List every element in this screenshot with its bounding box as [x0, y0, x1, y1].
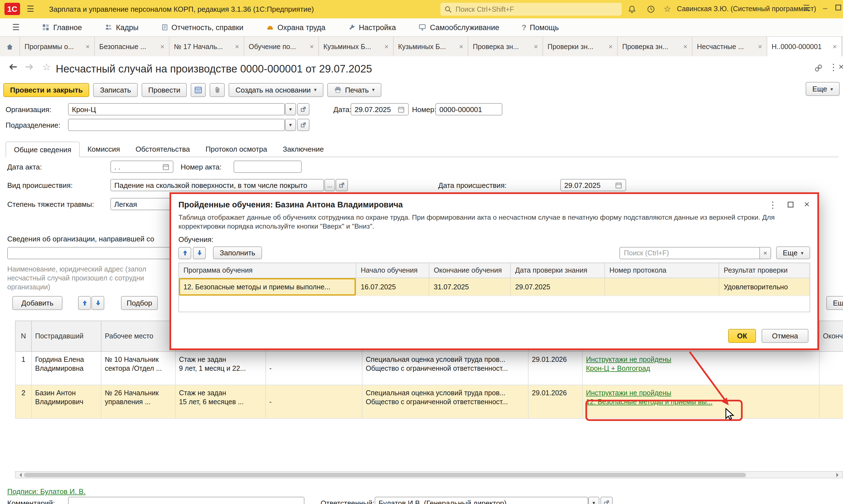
menu-item-help[interactable]: ? Помощь [522, 23, 559, 32]
close-icon[interactable]: × [86, 42, 90, 51]
create-based-on-button[interactable]: Создать на основании▾ [229, 83, 323, 97]
close-icon[interactable]: × [160, 42, 164, 51]
col-header-end[interactable]: Окончание обучения [429, 263, 511, 278]
victim-row-1[interactable]: 1 Гордина ЕленаВладимировна № 10 Начальн… [15, 352, 843, 385]
service-menu-icon[interactable]: ☰ [803, 3, 810, 12]
instructions-link[interactable]: Инструктажи не пройдены [586, 356, 671, 363]
back-icon[interactable] [8, 62, 18, 73]
col-header-check-date[interactable]: Дата проверки знания [511, 263, 605, 278]
post-and-close-button[interactable]: Провести и закрыть [3, 83, 89, 97]
org-open-button[interactable] [297, 103, 309, 115]
close-icon[interactable]: × [310, 42, 314, 51]
col-header-workplace[interactable]: Рабочее место [102, 321, 176, 352]
current-user[interactable]: Савинская З.Ю. (Системный программист) [677, 5, 816, 13]
menu-item-kadry[interactable]: Кадры [104, 23, 139, 32]
pick-button[interactable]: Подбор [121, 296, 158, 310]
scroll-right-icon[interactable] [836, 472, 841, 477]
tab-inspection-protocol[interactable]: Протокол осмотра [198, 141, 275, 157]
col-header-result[interactable]: Результат проверки [719, 263, 810, 278]
sections-burger-icon[interactable]: ☰ [12, 22, 20, 32]
responsible-open-button[interactable] [600, 497, 613, 504]
move-down-button[interactable] [193, 247, 206, 259]
col-header-n[interactable]: N [15, 321, 32, 352]
search-clear-icon[interactable]: × [760, 247, 771, 259]
ok-button[interactable]: ОК [728, 329, 756, 343]
signatures-link[interactable]: Подписи: Булатов И. В. [7, 487, 86, 496]
tab-window-8[interactable]: Проверки зн...× [543, 37, 618, 56]
scrollbar-thumb[interactable] [24, 472, 746, 477]
training-link[interactable]: Крон-Ц + Волгоград [586, 364, 650, 372]
menu-item-self-service[interactable]: Самообслуживание [418, 23, 499, 32]
scroll-left-icon[interactable] [17, 472, 22, 477]
attachments-button[interactable] [210, 83, 225, 97]
tab-circumstances[interactable]: Обстоятельства [128, 141, 198, 157]
number-field[interactable]: 0000-000001 [435, 103, 502, 115]
get-link-icon[interactable] [814, 64, 823, 74]
act-number-field[interactable] [234, 161, 302, 173]
responsible-combobox[interactable]: Булатов И.В. (Генеральный директор) [375, 497, 588, 504]
print-button[interactable]: Печать▾ [327, 83, 381, 97]
favorites-star-icon[interactable]: ☆ [662, 4, 672, 14]
tab-window-7[interactable]: Проверка зн...× [468, 37, 543, 56]
department-open-button[interactable] [297, 119, 309, 131]
close-icon[interactable]: × [833, 42, 837, 51]
department-combobox[interactable] [68, 119, 285, 131]
instructions-link[interactable]: Инструктажи не пройдены [586, 389, 671, 397]
favorite-star-icon[interactable]: ☆ [42, 61, 51, 73]
modal-close-icon[interactable]: × [804, 199, 810, 210]
org-combobox[interactable]: Крон-Ц [68, 103, 285, 115]
menu-item-labor-safety[interactable]: Охрана труда [266, 23, 325, 32]
write-button[interactable]: Записать [93, 83, 138, 97]
horizontal-scrollbar[interactable] [15, 471, 843, 478]
tab-general[interactable]: Общие сведения [5, 142, 80, 157]
incident-type-choose-button[interactable]: ... [324, 179, 335, 191]
post-button[interactable]: Провести [142, 83, 187, 97]
department-dropdown-button[interactable]: ▾ [285, 119, 296, 131]
forward-icon[interactable] [24, 62, 35, 73]
tab-commission[interactable]: Комиссия [80, 141, 128, 157]
move-up-button[interactable] [178, 247, 191, 259]
menu-item-settings[interactable]: Настройка [347, 23, 396, 32]
tab-window-6[interactable]: Кузьминых Б...× [394, 37, 468, 56]
tab-window-5[interactable]: Кузьминых Б...× [319, 37, 394, 56]
calendar-icon[interactable] [615, 181, 622, 189]
tab-window-4[interactable]: Обучение по...× [244, 37, 319, 56]
act-date-field[interactable]: . . [110, 161, 174, 173]
global-search-input[interactable]: Поиск Ctrl+Shift+F [441, 3, 622, 16]
fill-button[interactable]: Заполнить [213, 247, 262, 259]
tab-window-10[interactable]: Несчастные ...× [693, 37, 767, 56]
history-clock-icon[interactable] [646, 4, 656, 14]
col-header-end[interactable]: Окончани... [820, 321, 843, 352]
close-icon[interactable]: × [235, 42, 239, 51]
close-icon[interactable]: × [459, 42, 463, 51]
close-icon[interactable]: × [758, 42, 762, 51]
training-link-highlighted[interactable]: 12. Безопасные методы и приемы вы... [586, 398, 713, 406]
comment-field[interactable] [68, 497, 304, 504]
move-down-button[interactable] [91, 296, 104, 310]
responsible-dropdown-button[interactable]: ▾ [588, 497, 599, 504]
col-header-protocol[interactable]: Номер протокола [605, 263, 719, 278]
register-records-button[interactable] [191, 83, 206, 97]
minimize-icon[interactable]: – [823, 3, 827, 12]
col-header-start[interactable]: Начало обучения [356, 263, 429, 278]
training-row-selected[interactable]: 12. Безопасные методы и приемы выполне..… [179, 278, 810, 295]
menu-item-reports[interactable]: Отчетность, справки [161, 23, 244, 32]
maximize-icon[interactable] [835, 3, 841, 12]
more-button[interactable]: Еще▾ [806, 82, 840, 96]
tab-window-9[interactable]: Проверка зн...× [618, 37, 693, 56]
modal-more-dots-icon[interactable]: ⋮ [768, 199, 777, 210]
tab-window-3[interactable]: № 17 Началь...× [169, 37, 244, 56]
col-header-program[interactable]: Программа обучения [179, 263, 356, 278]
table-more-button[interactable]: Еще▾ [826, 296, 843, 310]
date-field[interactable]: 29.07.2025 [351, 103, 409, 115]
close-icon[interactable]: × [683, 42, 687, 51]
modal-maximize-icon[interactable] [787, 201, 794, 208]
notifications-bell-icon[interactable] [627, 4, 637, 14]
cancel-button[interactable]: Отмена [761, 329, 808, 343]
modal-search-input[interactable]: Поиск (Ctrl+F) [620, 247, 760, 259]
menu-item-main[interactable]: Главное [42, 23, 82, 32]
modal-more-button[interactable]: Еще▾ [776, 247, 810, 259]
incident-type-open-button[interactable] [336, 179, 348, 191]
org-dropdown-button[interactable]: ▾ [285, 103, 296, 115]
close-icon[interactable]: × [384, 42, 389, 51]
